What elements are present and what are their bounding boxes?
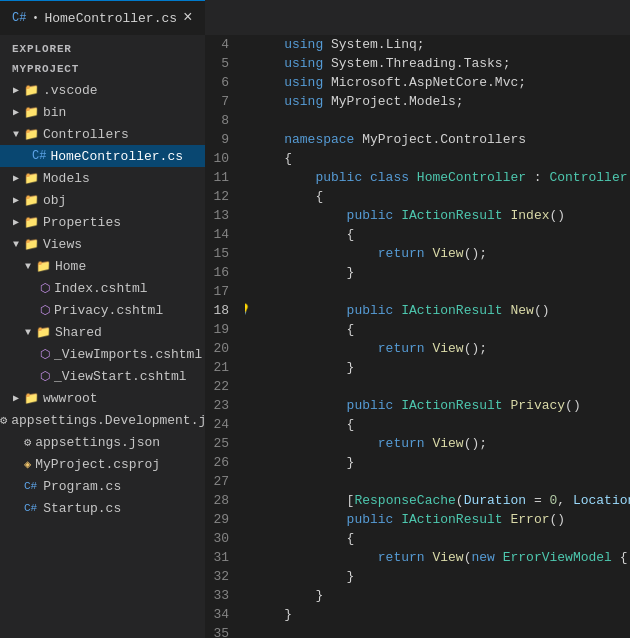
arrow-icon: ▼ (8, 129, 24, 140)
views-label: Views (43, 237, 82, 252)
folder-icon: 📁 (24, 127, 39, 142)
lightbulb-icon[interactable]: 💡 (245, 301, 251, 320)
line-num-6: 6 (205, 73, 237, 92)
sidebar-item-views[interactable]: ▼ 📁 Views (0, 233, 205, 255)
sidebar-item-bin[interactable]: ▶ 📁 bin (0, 101, 205, 123)
tab-homecontroller[interactable]: C# • HomeController.cs × (0, 0, 205, 35)
arrow-icon: ▶ (8, 84, 24, 96)
sidebar-item-homecontroller[interactable]: C# HomeController.cs (0, 145, 205, 167)
arrow-icon: ▶ (8, 194, 24, 206)
sidebar-item-shared[interactable]: ▼ 📁 Shared (0, 321, 205, 343)
obj-label: obj (43, 193, 66, 208)
folder-icon: 📁 (24, 391, 39, 406)
sidebar-item-obj[interactable]: ▶ 📁 obj (0, 189, 205, 211)
line-num-15: 15 (205, 244, 237, 263)
code-line-13: public IActionResult Index() (253, 206, 630, 225)
line-num-20: 20 (205, 339, 237, 358)
sidebar-item-viewstart[interactable]: ⬡ _ViewStart.cshtml (0, 365, 205, 387)
line-numbers: 4 5 6 7 8 9 10 11 12 13 14 15 16 17 18 1… (205, 35, 245, 638)
homecontroller-label: HomeController.cs (50, 149, 183, 164)
tab-close-button[interactable]: × (183, 10, 193, 26)
gear-icon: ⚙ (24, 435, 31, 450)
sidebar-item-controllers[interactable]: ▼ 📁 Controllers (0, 123, 205, 145)
line-num-12: 12 (205, 187, 237, 206)
code-line-27 (253, 472, 630, 491)
main-area: EXPLORER MYPROJECT ▶ 📁 .vscode ▶ 📁 bin ▼… (0, 35, 630, 638)
code-line-23: public IActionResult Privacy() (253, 396, 630, 415)
sidebar: EXPLORER MYPROJECT ▶ 📁 .vscode ▶ 📁 bin ▼… (0, 35, 205, 638)
code-line-18: 💡 public IActionResult New() (253, 301, 630, 320)
folder-icon: 📁 (24, 215, 39, 230)
line-num-4: 4 (205, 35, 237, 54)
line-num-21: 21 (205, 358, 237, 377)
code-line-29: public IActionResult Error() (253, 510, 630, 529)
folder-icon: 📁 (24, 83, 39, 98)
razor-icon: ⬡ (40, 281, 50, 296)
sidebar-item-csproj[interactable]: ◈ MyProject.csproj (0, 453, 205, 475)
code-line-22 (253, 377, 630, 396)
line-num-29: 29 (205, 510, 237, 529)
sidebar-item-viewimports[interactable]: ⬡ _ViewImports.cshtml (0, 343, 205, 365)
sidebar-item-properties[interactable]: ▶ 📁 Properties (0, 211, 205, 233)
csproj-label: MyProject.csproj (35, 457, 160, 472)
index-label: Index.cshtml (54, 281, 148, 296)
arrow-icon: ▶ (8, 216, 24, 228)
program-label: Program.cs (43, 479, 121, 494)
tab-label: HomeController.cs (44, 11, 177, 26)
editor-area: 4 5 6 7 8 9 10 11 12 13 14 15 16 17 18 1… (205, 35, 630, 638)
sidebar-item-vscode[interactable]: ▶ 📁 .vscode (0, 79, 205, 101)
code-line-28: [ResponseCache(Duration = 0, Location (253, 491, 630, 510)
line-num-17: 17 (205, 282, 237, 301)
code-line-24: { (253, 415, 630, 434)
code-line-6: using Microsoft.AspNetCore.Mvc; (253, 73, 630, 92)
arrow-icon: ▶ (8, 172, 24, 184)
viewimports-label: _ViewImports.cshtml (54, 347, 202, 362)
line-num-13: 13 (205, 206, 237, 225)
line-num-7: 7 (205, 92, 237, 111)
sidebar-item-program[interactable]: C# Program.cs (0, 475, 205, 497)
appsettingsdev-label: appsettings.Development.json (11, 413, 205, 428)
code-line-12: { (253, 187, 630, 206)
controllers-label: Controllers (43, 127, 129, 142)
line-num-24: 24 (205, 415, 237, 434)
line-num-31: 31 (205, 548, 237, 567)
appsettings-label: appsettings.json (35, 435, 160, 450)
razor-icon: ⬡ (40, 369, 50, 384)
sidebar-item-index[interactable]: ⬡ Index.cshtml (0, 277, 205, 299)
cs-icon: C# (32, 149, 46, 163)
code-line-7: using MyProject.Models; (253, 92, 630, 111)
code-line-16: } (253, 263, 630, 282)
code-content[interactable]: using System.Linq; using System.Threadin… (245, 35, 630, 638)
bin-label: bin (43, 105, 66, 120)
razor-icon: ⬡ (40, 347, 50, 362)
code-line-14: { (253, 225, 630, 244)
sidebar-item-models[interactable]: ▶ 📁 Models (0, 167, 205, 189)
gear-icon: ⚙ (0, 413, 7, 428)
code-line-5: using System.Threading.Tasks; (253, 54, 630, 73)
code-line-17 (253, 282, 630, 301)
sidebar-item-appsettingsdev[interactable]: ⚙ appsettings.Development.json (0, 409, 205, 431)
line-num-9: 9 (205, 130, 237, 149)
sidebar-item-appsettings[interactable]: ⚙ appsettings.json (0, 431, 205, 453)
tab-bar: C# • HomeController.cs × (0, 0, 630, 35)
code-line-35 (253, 624, 630, 638)
line-num-28: 28 (205, 491, 237, 510)
line-num-26: 26 (205, 453, 237, 472)
code-line-9: namespace MyProject.Controllers (253, 130, 630, 149)
line-num-8: 8 (205, 111, 237, 130)
line-num-30: 30 (205, 529, 237, 548)
code-line-11: public class HomeController : Controller (253, 168, 630, 187)
code-line-15: return View(); (253, 244, 630, 263)
sidebar-item-privacy[interactable]: ⬡ Privacy.cshtml (0, 299, 205, 321)
line-num-23: 23 (205, 396, 237, 415)
sidebar-item-startup[interactable]: C# Startup.cs (0, 497, 205, 519)
sidebar-item-wwwroot[interactable]: ▶ 📁 wwwroot (0, 387, 205, 409)
code-line-19: { (253, 320, 630, 339)
home-label: Home (55, 259, 86, 274)
folder-icon: 📁 (24, 105, 39, 120)
line-num-14: 14 (205, 225, 237, 244)
code-line-33: } (253, 586, 630, 605)
sidebar-item-home[interactable]: ▼ 📁 Home (0, 255, 205, 277)
code-line-21: } (253, 358, 630, 377)
code-line-4: using System.Linq; (253, 35, 630, 54)
